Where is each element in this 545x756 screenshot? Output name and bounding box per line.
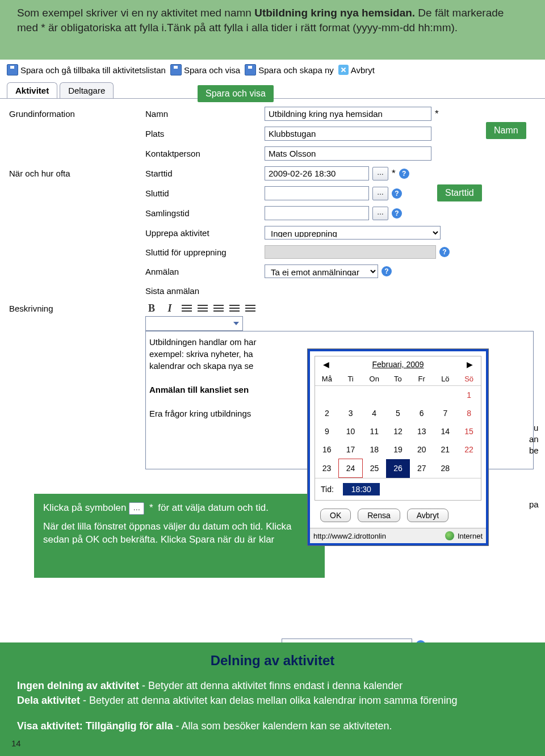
calendar-day[interactable]: 27	[410, 459, 434, 478]
calendar-ok-button[interactable]: OK	[320, 509, 351, 522]
list-bullet-icon[interactable]	[198, 305, 208, 313]
starttid-input[interactable]	[265, 166, 369, 180]
calendar-prev-button[interactable]: ◀	[320, 359, 333, 370]
help-icon[interactable]: ?	[392, 188, 402, 199]
calendar-day	[457, 459, 481, 478]
calendar-day[interactable]: 26	[386, 459, 410, 478]
save-show-button[interactable]: Spara och visa	[170, 64, 240, 75]
align-right-icon[interactable]	[245, 305, 255, 313]
calendar-day	[434, 386, 458, 405]
cut-text: pa	[529, 499, 539, 509]
calendar-rensa-button[interactable]: Rensa	[358, 509, 400, 522]
list-ordered-icon[interactable]	[182, 305, 192, 313]
sluttid-picker-button[interactable]: …	[372, 187, 388, 200]
calendar-dow: Lö	[434, 372, 458, 386]
calendar-day[interactable]: 17	[339, 440, 363, 459]
calendar-dow: Sö	[457, 372, 481, 386]
save-new-button[interactable]: Spara och skapa ny	[245, 64, 334, 75]
calendar-day[interactable]: 28	[434, 459, 458, 478]
namn-input[interactable]	[265, 107, 431, 121]
calendar-popup: ◀ Februari, 2009 ▶ MåTiOnToFrLöSö 123456…	[308, 349, 488, 545]
align-center-icon[interactable]	[229, 305, 240, 313]
section-nar: När och hur ofta	[9, 166, 145, 178]
sluttid-input[interactable]	[265, 186, 369, 200]
intro-paragraph: Som exempel skriver vi en ny aktivitet m…	[0, 0, 545, 46]
calendar-day[interactable]: 2	[315, 404, 339, 422]
calendar-dow: On	[362, 372, 386, 386]
calendar-day[interactable]: 18	[362, 440, 386, 459]
save-back-label: Spara och gå tillbaka till aktivitetslis…	[20, 65, 166, 75]
calendar-day[interactable]: 19	[386, 440, 410, 459]
save-show-label: Spara och visa	[184, 65, 240, 75]
label-plats: Plats	[145, 127, 265, 138]
calendar-day[interactable]: 24	[339, 459, 363, 478]
help-icon[interactable]: ?	[392, 208, 402, 219]
toolbar: Spara och gå tillbaka till aktivitetslis…	[0, 60, 545, 80]
italic-button[interactable]: I	[164, 303, 176, 315]
tab-deltagare[interactable]: Deltagare	[60, 82, 114, 98]
cut-text: u	[534, 423, 538, 432]
calendar-day[interactable]: 9	[315, 422, 339, 440]
samlingstid-picker-button[interactable]: …	[372, 207, 388, 220]
label-starttid: Starttid	[145, 166, 265, 178]
save-back-button[interactable]: Spara och gå tillbaka till aktivitetslis…	[7, 64, 166, 75]
anmalan-select[interactable]: Ta ej emot anmälningar	[265, 264, 378, 278]
badge-spara-visa: Spara och visa	[198, 85, 274, 102]
close-icon	[338, 65, 349, 75]
disk-icon	[7, 64, 18, 75]
section-beskrivning: Beskrivning	[9, 301, 145, 313]
badge-starttid: Starttid	[437, 184, 482, 201]
rte-style-dropdown[interactable]	[145, 316, 243, 331]
calendar-day[interactable]: 25	[362, 459, 386, 478]
calendar-day[interactable]: 23	[315, 459, 339, 478]
samlingstid-input[interactable]	[265, 206, 369, 220]
calendar-day[interactable]: 22	[457, 440, 481, 459]
calendar-day[interactable]: 7	[434, 404, 458, 422]
calendar-day[interactable]: 16	[315, 440, 339, 459]
calendar-day[interactable]: 4	[362, 404, 386, 422]
tab-aktivitet[interactable]: Aktivitet	[7, 82, 57, 98]
bold-button[interactable]: B	[145, 303, 158, 315]
upprepa-select[interactable]: Ingen upprepning	[265, 226, 441, 240]
footer: Delning av aktivitet Ingen delning av ak…	[0, 642, 545, 756]
calendar-day[interactable]: 5	[386, 404, 410, 422]
calendar-day[interactable]: 10	[339, 422, 363, 440]
calendar-day[interactable]: 15	[457, 422, 481, 440]
sluttid-upprepning-disabled	[265, 245, 436, 259]
callout: Klicka på symbolen … * för att välja dat…	[34, 494, 325, 578]
disk-icon	[245, 64, 256, 75]
calendar-day[interactable]: 3	[339, 404, 363, 422]
time-value[interactable]: 18:30	[343, 483, 380, 495]
required-mark: *	[435, 108, 439, 120]
calendar-title[interactable]: Februari, 2009	[372, 360, 424, 369]
calendar-day	[362, 386, 386, 405]
calendar-day[interactable]: 12	[386, 422, 410, 440]
status-zone: Internet	[458, 532, 483, 540]
label-upprepa: Upprepa aktivitet	[145, 226, 265, 238]
cancel-button[interactable]: Avbryt	[338, 65, 375, 75]
help-icon[interactable]: ?	[399, 169, 409, 179]
help-icon[interactable]: ?	[439, 247, 450, 257]
calendar-avbryt-button[interactable]: Avbryt	[407, 509, 448, 522]
calendar-next-button[interactable]: ▶	[463, 359, 476, 370]
starttid-picker-button[interactable]: …	[372, 167, 388, 180]
help-icon[interactable]: ?	[382, 266, 392, 276]
calendar-day[interactable]: 11	[362, 422, 386, 440]
calendar-day[interactable]: 8	[457, 404, 481, 422]
calendar-day[interactable]: 14	[434, 422, 458, 440]
calendar-day[interactable]: 1	[457, 386, 481, 405]
calendar-day[interactable]: 21	[434, 440, 458, 459]
align-left-icon[interactable]	[213, 305, 224, 313]
calendar-grid: MåTiOnToFrLöSö 1234567891011121314151617…	[315, 372, 481, 478]
rte-toolbar: B I	[145, 301, 536, 316]
dots-icon-inline: …	[129, 502, 144, 515]
disk-icon	[170, 64, 182, 75]
calendar-day[interactable]: 6	[410, 404, 434, 422]
calendar-day[interactable]: 13	[410, 422, 434, 440]
plats-input[interactable]	[265, 127, 431, 141]
label-kontakt: Kontaktperson	[145, 146, 265, 158]
calendar-day[interactable]: 20	[410, 440, 434, 459]
page-number: 14	[11, 738, 21, 748]
calendar-dow: Fr	[410, 372, 434, 386]
kontakt-input[interactable]	[265, 146, 431, 161]
